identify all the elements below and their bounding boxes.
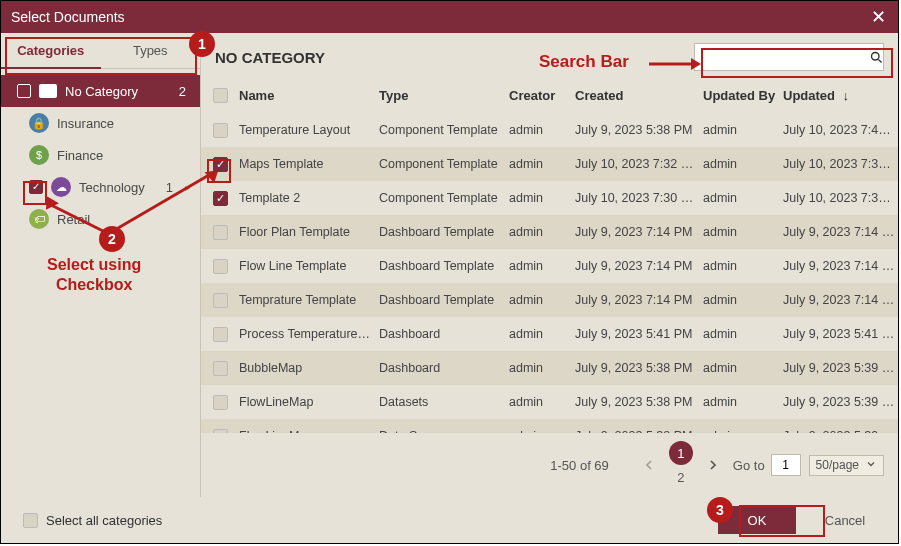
cell-creator: admin (509, 293, 575, 307)
col-updated-by[interactable]: Updated By (703, 88, 783, 103)
chevron-right-icon: ▸ (185, 182, 190, 193)
pager-page-2[interactable]: 2 (669, 465, 693, 489)
tag-icon: 🏷 (29, 209, 49, 229)
table-row[interactable]: FlowLineMapDatasetsadminJuly 9, 2023 5:3… (201, 385, 898, 419)
category-checkbox[interactable] (17, 84, 31, 98)
table-row[interactable]: ✓Template 2Component TemplateadminJuly 1… (201, 181, 898, 215)
goto-input[interactable] (771, 454, 801, 476)
table-row[interactable]: Temprature TemplateDashboard Templateadm… (201, 283, 898, 317)
table-header: Name Type Creator Created Updated By Upd… (201, 77, 898, 113)
cell-created: July 9, 2023 7:14 PM (575, 259, 703, 273)
col-type[interactable]: Type (379, 88, 509, 103)
cell-creator: admin (509, 259, 575, 273)
cell-name: Process Temperatures(1) (239, 327, 379, 341)
table-row[interactable]: ✓Maps TemplateComponent TemplateadminJul… (201, 147, 898, 181)
cell-type: Dashboard (379, 327, 509, 341)
col-updated[interactable]: Updated ↓ (783, 88, 898, 103)
per-page-select[interactable]: 50/page (809, 455, 884, 476)
cell-updated-by: admin (703, 191, 783, 205)
cell-created: July 10, 2023 7:32 PM (575, 157, 703, 171)
cell-name: Maps Template (239, 157, 379, 171)
cloud-icon: ☁ (51, 177, 71, 197)
sort-desc-icon: ↓ (839, 88, 849, 103)
documents-table: Name Type Creator Created Updated By Upd… (201, 77, 898, 433)
cell-name: Temprature Template (239, 293, 379, 307)
row-checkbox[interactable] (213, 293, 228, 308)
pager-page-1[interactable]: 1 (669, 441, 693, 465)
category-label: Insurance (57, 116, 114, 131)
row-checkbox[interactable] (213, 123, 228, 138)
table-row[interactable]: Floor Plan TemplateDashboard Templateadm… (201, 215, 898, 249)
table-row[interactable]: FlowLineMapData SourcesadminJuly 9, 2023… (201, 419, 898, 433)
cell-updated-by: admin (703, 361, 783, 375)
category-count: 2 (179, 84, 190, 99)
row-checkbox[interactable]: ✓ (213, 191, 228, 206)
cell-type: Dashboard Template (379, 225, 509, 239)
folder-icon (39, 84, 57, 98)
ok-button[interactable]: OK (718, 506, 796, 534)
sidebar-item-technology[interactable]: ✓☁Technology1▸ (1, 171, 200, 203)
row-checkbox[interactable] (213, 327, 228, 342)
cell-updated: July 9, 2023 7:14 PM (783, 259, 898, 273)
col-created[interactable]: Created (575, 88, 703, 103)
select-all-categories-checkbox[interactable] (23, 513, 38, 528)
search-box[interactable] (694, 43, 884, 71)
pager-prev[interactable] (637, 453, 661, 477)
row-checkbox[interactable] (213, 225, 228, 240)
cell-name: Temperature Layout (239, 123, 379, 137)
close-icon[interactable]: ✕ (868, 6, 888, 28)
sidebar-item-insurance[interactable]: 🔒Insurance (1, 107, 200, 139)
row-checkbox[interactable] (213, 361, 228, 376)
tab-categories-label: Categories (17, 43, 84, 58)
sidebar-item-finance[interactable]: $Finance (1, 139, 200, 171)
per-page-label: 50/page (816, 458, 859, 472)
sidebar-item-nocat[interactable]: No Category2 (1, 75, 200, 107)
cell-updated: July 9, 2023 5:41 PM (783, 327, 898, 341)
table-row[interactable]: BubbleMapDashboardadminJuly 9, 2023 5:38… (201, 351, 898, 385)
category-count: 1 (166, 180, 177, 195)
main-panel: NO CATEGORY Name Type Creator Created Up… (201, 33, 898, 497)
chevron-down-icon (865, 458, 877, 473)
dialog-footer: Select all categories OK Cancel (1, 497, 898, 543)
cell-creator: admin (509, 191, 575, 205)
cell-updated-by: admin (703, 157, 783, 171)
cell-updated-by: admin (703, 259, 783, 273)
cell-updated-by: admin (703, 225, 783, 239)
cell-type: Component Template (379, 191, 509, 205)
cell-created: July 10, 2023 7:30 PM (575, 191, 703, 205)
cell-created: July 9, 2023 5:38 PM (575, 395, 703, 409)
cancel-button[interactable]: Cancel (806, 506, 884, 534)
select-all-checkbox[interactable] (213, 88, 228, 103)
row-checkbox[interactable] (213, 259, 228, 274)
lock-icon: 🔒 (29, 113, 49, 133)
search-input[interactable] (701, 50, 869, 65)
pager-range: 1-50 of 69 (550, 458, 609, 473)
category-checkbox[interactable]: ✓ (29, 180, 43, 194)
table-row[interactable]: Temperature LayoutComponent Templateadmi… (201, 113, 898, 147)
cell-type: Component Template (379, 157, 509, 171)
table-row[interactable]: Flow Line TemplateDashboard Templateadmi… (201, 249, 898, 283)
dialog-body: Categories Types No Category2🔒Insurance$… (1, 33, 898, 497)
search-icon[interactable] (869, 49, 884, 65)
cell-updated: July 9, 2023 5:39 PM (783, 395, 898, 409)
table-row[interactable]: Process Temperatures(1)DashboardadminJul… (201, 317, 898, 351)
dialog-title: Select Documents (11, 9, 125, 25)
tab-categories[interactable]: Categories (1, 33, 101, 68)
cell-updated-by: admin (703, 123, 783, 137)
col-creator[interactable]: Creator (509, 88, 575, 103)
sidebar-item-retail[interactable]: 🏷Retail (1, 203, 200, 235)
category-label: Technology (79, 180, 145, 195)
cell-type: Dashboard (379, 361, 509, 375)
main-header: NO CATEGORY (201, 33, 898, 77)
tab-types[interactable]: Types (101, 33, 201, 68)
cell-creator: admin (509, 225, 575, 239)
pager-next[interactable] (701, 453, 725, 477)
select-all-categories[interactable]: Select all categories (15, 513, 162, 528)
row-checkbox[interactable] (213, 395, 228, 410)
cell-updated: July 9, 2023 7:14 PM (783, 225, 898, 239)
row-checkbox[interactable]: ✓ (213, 157, 228, 172)
cell-updated: July 10, 2023 7:32 PM (783, 157, 898, 171)
cell-creator: admin (509, 327, 575, 341)
select-all-categories-label: Select all categories (46, 513, 162, 528)
col-name[interactable]: Name (239, 88, 379, 103)
